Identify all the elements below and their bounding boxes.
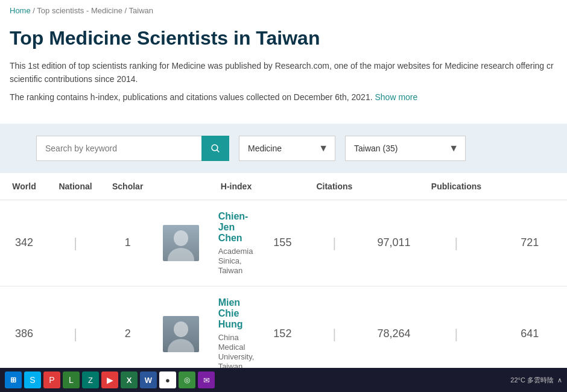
col-div1 <box>264 173 301 200</box>
search-button[interactable] <box>201 136 229 161</box>
filter-bar: Medicine ▼ Taiwan (35) ▼ <box>0 124 567 173</box>
svg-point-2 <box>174 321 188 337</box>
col-hindex: H-index <box>209 173 264 200</box>
table-body: 342 | 1 Chien-Jen Chen Academia Sinica, … <box>0 200 567 382</box>
ranking-note: The ranking contains h-index, publicatio… <box>10 92 557 102</box>
taskbar-right: 22°C 多雲時陰 ∧ <box>510 376 562 385</box>
scholar-name[interactable]: Mien Chie Hung <box>218 297 255 330</box>
svg-point-1 <box>168 248 194 261</box>
field-dropdown[interactable]: Medicine <box>239 136 335 161</box>
taskbar-zoom-icon[interactable]: Z <box>82 371 99 388</box>
scholar-name[interactable]: Chien-Jen Chen <box>218 211 255 244</box>
table-row: 342 | 1 Chien-Jen Chen Academia Sinica, … <box>0 200 567 286</box>
search-icon <box>210 143 221 154</box>
citations-value: 97,011 <box>367 200 420 286</box>
col-div-h: | <box>301 200 367 286</box>
avatar-cell <box>153 200 209 286</box>
page-title: Top Medicine Scientists in Taiwan <box>10 27 557 49</box>
taskbar-icons: ⊞SPLZ▶XW●◎✉ <box>5 371 215 388</box>
publications-value: 721 <box>492 200 567 286</box>
field-dropdown-wrapper: Medicine ▼ <box>239 136 335 161</box>
taskbar-youtube-icon[interactable]: ▶ <box>101 371 118 388</box>
show-more-link[interactable]: Show more <box>375 92 417 102</box>
col-scholar: Scholar <box>103 173 209 200</box>
breadcrumb: Home / Top scientists - Medicine / Taiwa… <box>0 0 567 21</box>
taskbar-mail-icon[interactable]: ✉ <box>198 371 215 388</box>
col-world: World <box>0 173 48 200</box>
scholar-info: Chien-Jen Chen Academia Sinica, Taiwan <box>209 200 264 286</box>
world-rank: 342 <box>0 200 48 286</box>
person-silhouette <box>163 225 199 261</box>
person-silhouette <box>163 316 199 352</box>
scholar-affiliation: Academia Sinica, Taiwan <box>218 247 253 275</box>
search-input[interactable] <box>36 136 201 161</box>
scientists-table: World National Scholar H-index Citations… <box>0 173 567 382</box>
national-rank: 1 <box>103 200 153 286</box>
main-content: Top Medicine Scientists in Taiwan This 1… <box>0 21 567 124</box>
country-dropdown-wrapper: Taiwan (35) ▼ <box>345 136 466 161</box>
taskbar-line-icon[interactable]: L <box>63 371 80 388</box>
svg-point-3 <box>168 339 194 352</box>
table-header: World National Scholar H-index Citations… <box>0 173 567 200</box>
search-wrapper <box>36 136 229 161</box>
taskbar-word-icon[interactable]: W <box>140 371 157 388</box>
taskbar-tray: ∧ <box>557 376 562 384</box>
taskbar-powerpoint-icon[interactable]: P <box>43 371 60 388</box>
page-description: This 1st edition of top scientists ranki… <box>10 59 557 86</box>
scholar-affiliation: China Medical University, Taiwan <box>218 333 255 371</box>
taskbar: ⊞SPLZ▶XW●◎✉ 22°C 多雲時陰 ∧ <box>0 368 567 392</box>
col-citations: Citations <box>301 173 367 200</box>
taskbar-weather: 22°C 多雲時陰 <box>510 376 554 385</box>
taskbar-network-icon[interactable]: ◎ <box>179 371 195 388</box>
hindex-value: 155 <box>264 200 301 286</box>
col-national: National <box>48 173 103 200</box>
taskbar-skype-icon[interactable]: S <box>24 371 41 388</box>
svg-point-0 <box>174 230 188 246</box>
taskbar-start-icon[interactable]: ⊞ <box>5 371 22 388</box>
col-div-c: | <box>420 200 492 286</box>
breadcrumb-home[interactable]: Home <box>10 6 31 15</box>
avatar <box>163 225 199 261</box>
col-publications: Publications <box>420 173 492 200</box>
taskbar-excel-icon[interactable]: X <box>121 371 138 388</box>
country-dropdown[interactable]: Taiwan (35) <box>345 136 466 161</box>
col-div2 <box>367 173 420 200</box>
breadcrumb-path: Top scientists - Medicine / Taiwan <box>37 6 153 15</box>
table-container: World National Scholar H-index Citations… <box>0 173 567 382</box>
taskbar-chrome-icon[interactable]: ● <box>159 371 176 388</box>
rank-divider: | <box>48 200 103 286</box>
avatar <box>163 316 199 352</box>
